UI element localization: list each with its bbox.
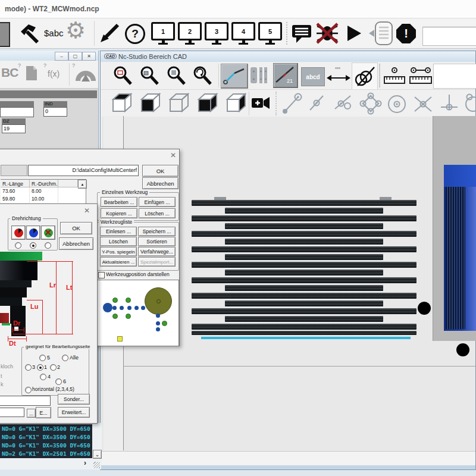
column-header[interactable]: R.-Länge bbox=[1, 180, 30, 187]
table-cell[interactable]: 73.60 bbox=[1, 187, 30, 195]
form-window-icon[interactable] bbox=[368, 21, 394, 46]
document-icon[interactable] bbox=[25, 65, 38, 82]
zoom-all-icon[interactable] bbox=[166, 64, 187, 87]
circle-tangent-button[interactable] bbox=[352, 62, 378, 90]
config-path-field[interactable]: D:\data\Config\MultiCenterf bbox=[28, 165, 139, 176]
toolbar-status-field[interactable] bbox=[422, 27, 476, 46]
more-button[interactable]: › bbox=[84, 459, 86, 467]
cancel-button[interactable]: Abbrechen bbox=[142, 177, 178, 189]
nc-code-area[interactable]: ND=0 G="K1" DX=3500 DY=650 ND=0 G="K1" D… bbox=[0, 424, 92, 458]
save-list-button[interactable]: Speichern ... bbox=[138, 227, 176, 236]
tool-table[interactable]: R.-Länge R.-Durchm. ▲ 73.60 8.00 59.80 1… bbox=[1, 179, 86, 206]
rotation-radio-ccw[interactable] bbox=[30, 242, 36, 249]
view-monitor-button-3[interactable]: 3 bbox=[204, 22, 229, 45]
zoom-redraw-icon[interactable] bbox=[192, 64, 214, 87]
insert-tool-button[interactable]: Einfügen ... bbox=[139, 197, 176, 207]
ok-button[interactable]: OK bbox=[60, 222, 92, 234]
gear-icon[interactable]: ⚙ bbox=[65, 17, 86, 43]
value-field[interactable] bbox=[0, 107, 34, 117]
close-icon[interactable]: ✕ bbox=[170, 151, 176, 159]
rotation-radio-off[interactable] bbox=[45, 242, 51, 249]
scroll-down-button[interactable]: ⌄ bbox=[93, 450, 102, 459]
name-field[interactable] bbox=[0, 396, 51, 406]
stop-alert-icon[interactable]: ! bbox=[396, 24, 416, 43]
hammer-icon[interactable] bbox=[18, 22, 40, 45]
column-header[interactable]: R.-Durchm. bbox=[30, 180, 58, 187]
scroll-up-button[interactable]: ▲ bbox=[78, 180, 87, 189]
rotation-cw-button[interactable] bbox=[11, 226, 26, 240]
run-icon[interactable] bbox=[347, 26, 361, 41]
column-header[interactable] bbox=[58, 180, 78, 187]
text-abcd-button[interactable]: abcd bbox=[301, 67, 325, 86]
restore-button[interactable]: ▢ bbox=[68, 52, 82, 61]
cad-h-scrollbar[interactable] bbox=[102, 451, 475, 466]
travel-paths-button[interactable]: Verfahrwege... bbox=[138, 247, 176, 256]
cad-info-field[interactable] bbox=[433, 64, 476, 89]
side-radio-alle[interactable] bbox=[62, 355, 68, 361]
table-cell[interactable]: 8.00 bbox=[30, 187, 58, 195]
update-button[interactable]: Aktualisieren ... bbox=[100, 257, 137, 267]
delete-tool-button[interactable]: Löschen ... bbox=[139, 208, 176, 218]
point-line-endpoints-icon[interactable] bbox=[280, 92, 304, 116]
ruler-icon[interactable] bbox=[383, 67, 406, 86]
close-button[interactable]: ✕ bbox=[82, 52, 96, 61]
clipped-icon[interactable] bbox=[0, 22, 10, 47]
side-radio-5[interactable] bbox=[39, 355, 46, 361]
zoom-previous-icon[interactable] bbox=[139, 64, 161, 87]
ind-field[interactable]: 0 bbox=[43, 107, 67, 117]
side-radio-4[interactable] bbox=[40, 374, 46, 380]
abc-text-tool-button[interactable]: BC bbox=[1, 65, 18, 80]
resize-grip[interactable] bbox=[93, 462, 100, 468]
debug-off-icon[interactable] bbox=[314, 22, 340, 45]
view-monitor-button-1[interactable]: 1 bbox=[151, 22, 176, 45]
function-tool-button[interactable]: f(x) bbox=[48, 69, 60, 79]
camera-icon[interactable] bbox=[251, 95, 271, 112]
table-cell[interactable]: 10.00 bbox=[30, 195, 58, 203]
rotation-off-button[interactable]: ✕ bbox=[41, 226, 55, 240]
minimize-button[interactable]: – bbox=[55, 52, 68, 61]
polyline-mode-button[interactable] bbox=[221, 64, 248, 89]
table-cell[interactable]: 59.80 bbox=[1, 195, 30, 203]
read-list-button[interactable]: Einlesen ... bbox=[100, 227, 137, 236]
sort-list-button[interactable]: Sortieren bbox=[138, 237, 176, 246]
delete-list-button[interactable]: Löschen bbox=[100, 237, 137, 246]
dz-field[interactable]: 19 bbox=[2, 124, 26, 133]
ruler-distance-icon[interactable] bbox=[409, 67, 433, 86]
view-cube-button-4[interactable] bbox=[196, 92, 223, 116]
side-radio-6[interactable] bbox=[55, 378, 62, 385]
browse-button[interactable]: ... bbox=[27, 409, 36, 418]
point-perpendicular-icon[interactable] bbox=[437, 92, 461, 116]
view-monitor-button-5[interactable]: 5 bbox=[258, 22, 283, 45]
side-radio-horizontal[interactable] bbox=[25, 387, 32, 393]
show-tool-position-checkbox[interactable] bbox=[98, 272, 105, 278]
view-monitor-button-4[interactable]: 4 bbox=[231, 22, 256, 45]
cancel-button[interactable]: Abbrechen bbox=[59, 237, 93, 250]
snap-z1-button[interactable]: 21 bbox=[273, 63, 298, 88]
rotation-ccw-button[interactable] bbox=[26, 226, 40, 240]
view-cube-button-2[interactable] bbox=[139, 92, 165, 116]
ok-button[interactable]: OK bbox=[142, 165, 178, 177]
point-on-line-icon[interactable] bbox=[306, 92, 330, 116]
clamp-icons[interactable] bbox=[249, 65, 271, 86]
point-circle-center-icon[interactable] bbox=[385, 92, 409, 116]
brush-icon[interactable] bbox=[99, 22, 120, 45]
help-icon[interactable]: ? bbox=[125, 24, 145, 44]
gauge-icon[interactable] bbox=[75, 64, 96, 84]
point-arc-icon[interactable] bbox=[464, 92, 476, 116]
e-button[interactable]: E... bbox=[36, 407, 51, 418]
copy-tool-button[interactable]: Kopieren ... bbox=[101, 208, 137, 218]
special-import-button[interactable]: Spezialimport... bbox=[138, 257, 176, 267]
zoom-window-icon[interactable] bbox=[112, 64, 134, 87]
view-cube-button-1[interactable] bbox=[111, 92, 137, 116]
close-icon[interactable]: ✕ bbox=[84, 206, 90, 215]
abc-variables-button[interactable]: $abc bbox=[44, 28, 64, 38]
side-radio-3[interactable] bbox=[25, 364, 32, 371]
extended-button[interactable]: Erweitert... bbox=[58, 407, 90, 418]
rotation-radio-cw[interactable] bbox=[15, 242, 21, 249]
edit-tool-button[interactable]: Bearbeiten ... bbox=[101, 197, 137, 207]
point-tangent-icon[interactable] bbox=[333, 92, 356, 116]
side-radio-2[interactable] bbox=[50, 364, 57, 371]
view-cube-button-3[interactable] bbox=[168, 92, 194, 116]
side-radio-1[interactable] bbox=[37, 364, 43, 371]
file-field[interactable] bbox=[0, 408, 24, 417]
